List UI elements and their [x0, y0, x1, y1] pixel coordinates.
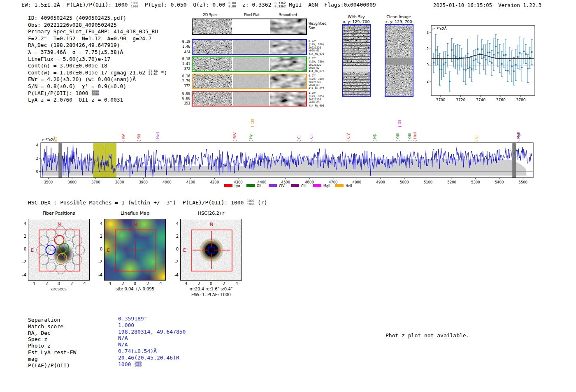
spec2d-pixelflat-image — [233, 19, 269, 34]
spectral-line-label: { CII — [475, 135, 478, 142]
compass-north-label: N — [134, 222, 137, 227]
spectral-line-label: { OIII — [396, 133, 400, 142]
header-summary-line: EW: 1.5±1.2Å P(LAE)/P(OII): 1000 1000100… — [21, 2, 376, 8]
spec2d-row — [192, 39, 307, 55]
cutout-xtick: 0 — [130, 281, 140, 286]
photz-note: Phot z plot not available. — [386, 332, 469, 339]
spec2d-row — [192, 74, 307, 89]
spectral-line-label: { MgII — [517, 132, 520, 142]
svg-text:3500: 3500 — [44, 180, 53, 184]
compass-north-label: N — [210, 222, 213, 227]
match-row-label: Photo z — [28, 343, 51, 349]
cutout-image-0: NE — [28, 219, 90, 281]
match-row-label: P(LAE)/P(OII) — [28, 362, 70, 369]
cutout-ytick: 2 — [170, 234, 179, 239]
match-row-label: mag — [28, 356, 37, 362]
spec2d-2dspec-image — [193, 74, 232, 88]
spec2d-row — [192, 19, 307, 35]
spectral-line-label: { OII — [398, 120, 402, 128]
info-line: EWr = 4.20(±3.20) (w: 0.00(±nan))Å — [28, 76, 167, 83]
line-fit-zoom-chart: 37003720374037603780-2024e⁻¹⁷x2Å — [427, 21, 538, 104]
cutout-ytick: 2 — [93, 234, 102, 239]
match-row-label: RA, Dec — [28, 330, 51, 336]
cutout-xtick: -4 — [181, 281, 190, 286]
svg-text:3700: 3700 — [436, 98, 446, 102]
svg-text:5500: 5500 — [518, 180, 527, 184]
svg-text:4200: 4200 — [210, 180, 219, 184]
cutout-xtick: 4 — [232, 281, 242, 286]
text-segment: Primary Spec_Slot_IFU_AMP: 414_038_035_R… — [28, 28, 158, 35]
svg-text:5300: 5300 — [471, 180, 480, 184]
info-line: P(LAE)/P(OII): 1000 10001000 — [28, 90, 167, 97]
spec2d-pixelflat-image — [233, 40, 269, 54]
svg-text:3800: 3800 — [115, 180, 124, 184]
text-segment: Obs: 20221226v028_4090502425 — [28, 22, 117, 28]
text-segment: z: 0.3362 — [236, 2, 274, 8]
match-row-label: Est LyA rest-EW — [28, 349, 76, 355]
cutout-xlabel: m:20.4 re:1.6" s:0.4" — [172, 287, 250, 291]
hsc-dex-header: HSC-DEX : Possible Matches = 1 (within +… — [28, 199, 267, 206]
match-row-value: 20.46(20.45,20.46)R — [118, 355, 179, 361]
spec2d-smoothed-image — [270, 57, 306, 71]
svg-text:3700: 3700 — [91, 180, 100, 184]
text-segment: HSC-DEX : Possible Matches = 1 (within +… — [28, 199, 247, 206]
spec2d-column-header: Pixel Flat — [237, 13, 266, 17]
cutout-ytick: -4 — [93, 273, 102, 277]
svg-text:3740: 3740 — [476, 98, 485, 102]
stacked-fraction: 21.6421.61 — [149, 69, 158, 75]
svg-text:4300: 4300 — [234, 180, 243, 184]
text-segment: P(Lyα): 0.050 Q(z): 0.00 — [138, 2, 228, 8]
info-line: LyA z = 2.0760 OII z = 0.0031 — [28, 97, 167, 104]
svg-text:5400: 5400 — [495, 180, 504, 184]
spectral-line-label: { OIII — [408, 133, 412, 142]
svg-text:4100: 4100 — [186, 180, 195, 184]
text-segment: S/N = 0.8(±0.6) χ² = 0.9(±0.0) — [28, 83, 126, 89]
spectral-line-label: { SiII — [137, 134, 141, 142]
cutout-ytick: 4 — [170, 221, 179, 226]
with_sky-title: With Skyx, y: 129, 700 — [334, 14, 379, 24]
compass-east-label: E — [183, 248, 186, 253]
text-segment: (r) — [254, 199, 267, 206]
info-line: ID: 4090502425 (4090502425.pdf) — [28, 15, 167, 22]
svg-text:4700: 4700 — [329, 180, 338, 184]
cutout-ytick: -2 — [93, 260, 102, 264]
cutout-image-2: NE — [180, 219, 242, 281]
cutout-xtick: -2 — [117, 281, 127, 286]
cutout-title: Fiber Positions — [24, 211, 94, 216]
spec2d-row-left-values: 0.181.41372 — [178, 57, 190, 72]
spec2d-smoothed-image — [270, 40, 306, 54]
spectral-line-label: { NV — [122, 134, 125, 142]
bright-band — [343, 66, 370, 72]
svg-text:0: 0 — [36, 169, 38, 174]
stacked-fraction: 10001000 — [131, 2, 138, 8]
clean-title: Clean Imagex, y: 129, 700 — [376, 14, 421, 24]
spec2d-row-left-values: 0.181.46373 — [178, 39, 190, 54]
spectral-line-label: { Hβ — [373, 134, 377, 142]
stacked-fraction: 10001000 — [247, 199, 254, 206]
spectral-line-label: { CIII — [251, 119, 255, 128]
stacked-fraction: 0.000.00 — [228, 2, 236, 8]
text-segment: EWr = 4.20(±3.20) (w: 0.00(±nan))Å — [28, 76, 136, 82]
cutout-xtick: 4 — [80, 281, 90, 286]
spec2d-smoothed-image — [270, 92, 306, 106]
text-segment: Cont(w) = 1.10(±0.01)e-17 (gmag 21.62 — [28, 70, 149, 76]
spectral-line-label: { HeII — [413, 132, 417, 142]
svg-text:3780: 3780 — [516, 98, 525, 102]
match-row-label: Spec z — [28, 336, 47, 342]
spec2d-2dspec-image — [193, 19, 232, 34]
svg-text:4400: 4400 — [258, 180, 267, 184]
spectral-line-label: { Hγ — [249, 134, 253, 142]
match-row-label: Separation — [28, 317, 60, 323]
masked-band — [386, 58, 413, 65]
cutout-ytick: -4 — [170, 273, 179, 277]
text-segment: LyA z = 2.0760 OII z = 0.0031 — [28, 97, 123, 103]
svg-text:4800: 4800 — [353, 180, 362, 184]
cutout-xlabel2: EWr: 1. PLAE: 1000 — [172, 292, 250, 297]
spectral-line-label: { CIV — [347, 133, 351, 142]
svg-text:4000: 4000 — [163, 180, 172, 184]
svg-text:5100: 5100 — [424, 180, 433, 184]
spec2d-row — [192, 91, 307, 107]
stacked-fraction: 0.33620.3362 — [274, 2, 286, 8]
info-line: RA,Dec (198.280426,49.647919) — [28, 42, 167, 49]
compass-east-label: E — [31, 248, 34, 253]
